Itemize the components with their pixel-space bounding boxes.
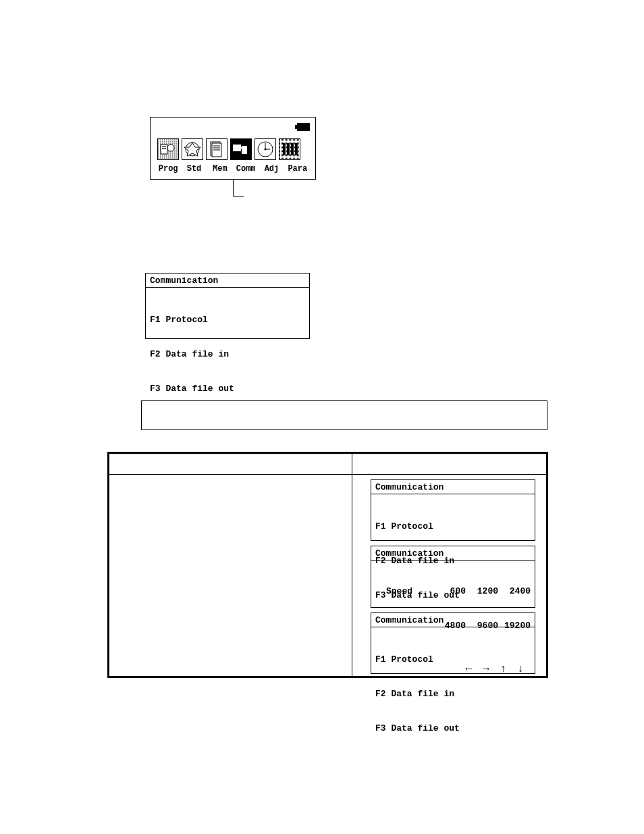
lcd-title: Communication [375,615,531,627]
std-icon[interactable] [182,138,203,160]
mem-icon[interactable] [206,138,227,160]
step-screen-3: Communication F1 Protocol F2 Data file i… [371,613,535,674]
label-mem: Mem [207,164,233,174]
svg-rect-24 [283,143,286,155]
device-main-menu-screen: Prog Std Mem Comm Adj Para [150,117,316,180]
step-screen-1: Communication F1 Protocol F2 Data file i… [371,479,535,541]
lcd-title: Communication [375,548,531,560]
communication-menu-screen: Communication F1 Protocol F2 Data file i… [145,273,310,339]
adj-icon[interactable] [254,138,276,160]
lcd-title: Communication [150,276,305,287]
info-box [141,400,547,430]
svg-rect-15 [242,146,247,154]
label-para: Para [285,164,311,174]
main-menu-labels: Prog Std Mem Comm Adj Para [155,164,311,174]
svg-point-6 [167,145,174,151]
menu-item-data-file-out[interactable]: F3 Data file out [150,383,305,394]
speed-1200[interactable]: 1200 [466,585,498,597]
speed-600[interactable]: 600 [433,585,466,597]
callout-foot [233,196,244,197]
menu-item-data-file-in[interactable]: F2 Data file in [150,348,305,360]
menu-item-data-file-in[interactable]: F2 Data file in [375,688,531,700]
label-std: Std [181,164,207,174]
svg-rect-5 [162,148,166,149]
menu-item-protocol[interactable]: F1 Protocol [150,314,305,325]
svg-rect-25 [287,143,290,155]
speed-2400[interactable]: 2400 [498,585,531,597]
prog-icon[interactable] [157,138,179,160]
label-prog: Prog [155,164,181,174]
label-adj: Adj [259,164,284,174]
step-screen-2-speed: Communication Speed 600 1200 2400 4800 9… [371,546,535,608]
svg-rect-27 [295,143,298,155]
speed-label: Speed [386,585,433,597]
label-comm: Comm [233,164,259,174]
callout-line [233,180,234,196]
main-menu-icons [157,138,300,160]
menu-item-data-file-out[interactable]: F3 Data file out [375,723,531,734]
svg-rect-26 [291,143,294,155]
menu-item-protocol[interactable]: F1 Protocol [375,654,531,665]
comm-icon[interactable] [230,138,252,160]
svg-rect-4 [162,146,166,147]
procedure-table: Communication F1 Protocol F2 Data file i… [107,452,548,678]
para-icon[interactable] [279,138,300,160]
battery-icon [295,123,310,131]
lcd-title: Communication [375,482,531,494]
svg-rect-14 [233,145,241,151]
menu-item-protocol[interactable]: F1 Protocol [375,521,531,532]
